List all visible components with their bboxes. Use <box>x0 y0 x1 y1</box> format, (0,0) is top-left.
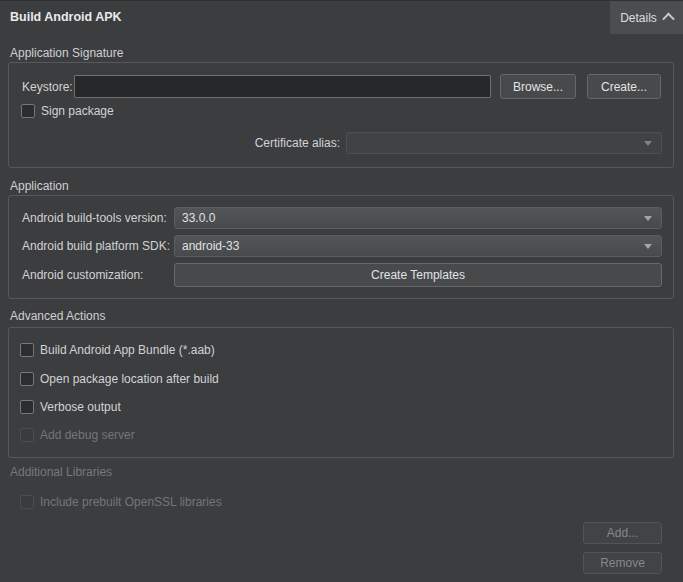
create-templates-button[interactable]: Create Templates <box>174 263 662 287</box>
open-package-location-label: Open package location after build <box>40 372 219 386</box>
section-label-advanced-actions: Advanced Actions <box>10 309 105 323</box>
build-platform-sdk-combobox[interactable]: android-33 <box>174 235 662 257</box>
include-openssl-checkbox <box>20 495 34 509</box>
chevron-down-icon <box>644 216 652 221</box>
browse-button[interactable]: Browse... <box>500 74 576 99</box>
verbose-output-checkbox[interactable] <box>20 400 34 414</box>
section-label-application-signature: Application Signature <box>10 46 123 60</box>
certificate-alias-combobox <box>346 132 662 154</box>
build-platform-sdk-label: Android build platform SDK: <box>22 235 170 257</box>
build-tools-version-combobox[interactable]: 33.0.0 <box>174 207 662 229</box>
build-android-apk-panel: Build Android APK Details Application Si… <box>0 0 683 582</box>
remove-library-button: Remove <box>583 552 662 574</box>
details-toggle-button[interactable]: Details <box>610 1 683 34</box>
include-openssl-label: Include prebuilt OpenSSL libraries <box>40 495 222 509</box>
create-button[interactable]: Create... <box>587 74 661 99</box>
build-aab-checkbox[interactable] <box>20 343 34 357</box>
keystore-input[interactable] <box>74 75 491 98</box>
keystore-label: Keystore: <box>22 75 73 98</box>
section-label-additional-libraries: Additional Libraries <box>10 465 112 479</box>
build-aab-label: Build Android App Bundle (*.aab) <box>40 343 215 357</box>
chevron-up-icon <box>662 13 675 26</box>
build-tools-version-label: Android build-tools version: <box>22 207 167 229</box>
sign-package-label: Sign package <box>41 104 114 118</box>
details-button-label: Details <box>620 11 657 25</box>
build-platform-sdk-value: android-33 <box>182 239 239 253</box>
section-label-application: Application <box>10 179 69 193</box>
sign-package-checkbox[interactable] <box>21 104 35 118</box>
chevron-down-icon <box>644 244 652 249</box>
add-debug-server-checkbox <box>20 428 34 442</box>
page-title: Build Android APK <box>10 10 122 24</box>
verbose-output-label: Verbose output <box>40 400 121 414</box>
add-debug-server-label: Add debug server <box>40 428 135 442</box>
add-library-button: Add... <box>583 522 662 544</box>
build-tools-version-value: 33.0.0 <box>182 211 215 225</box>
certificate-alias-label: Certificate alias: <box>150 132 340 154</box>
chevron-down-icon <box>644 141 652 146</box>
open-package-location-checkbox[interactable] <box>20 372 34 386</box>
android-customization-label: Android customization: <box>22 263 143 287</box>
